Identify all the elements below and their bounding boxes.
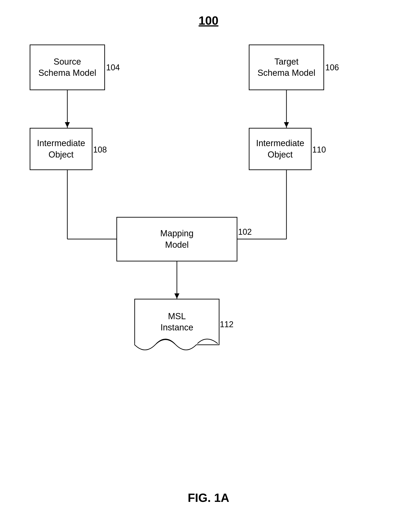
intermediate-obj-right-box: IntermediateObject bbox=[249, 128, 312, 170]
intermediate-obj-right-ref: 110 bbox=[312, 145, 326, 155]
figure-caption: FIG. 1A bbox=[188, 491, 229, 505]
mapping-model-ref: 102 bbox=[238, 227, 252, 237]
diagram-title: 100 bbox=[198, 14, 219, 27]
intermediate-obj-left-ref: 108 bbox=[93, 145, 107, 155]
mapping-model-box: MappingModel bbox=[116, 217, 237, 261]
target-schema-box: TargetSchema Model bbox=[249, 44, 324, 90]
intermediate-obj-right-label: IntermediateObject bbox=[256, 138, 304, 160]
msl-instance-ref: 112 bbox=[220, 320, 233, 329]
svg-marker-9 bbox=[174, 293, 179, 299]
msl-instance-label: MSLInstance bbox=[160, 311, 193, 333]
svg-marker-1 bbox=[65, 122, 70, 128]
svg-rect-11 bbox=[135, 344, 219, 357]
target-schema-label: TargetSchema Model bbox=[258, 56, 315, 79]
diagram-container: 100 SourceSchema Model 104 TargetSchema … bbox=[0, 0, 417, 532]
mapping-model-label: MappingModel bbox=[160, 228, 194, 250]
svg-marker-3 bbox=[284, 122, 289, 128]
target-schema-ref: 106 bbox=[325, 63, 339, 72]
msl-instance-box: MSLInstance bbox=[135, 299, 219, 345]
source-schema-ref: 104 bbox=[106, 63, 120, 72]
intermediate-obj-left-label: IntermediateObject bbox=[37, 138, 85, 160]
source-schema-box: SourceSchema Model bbox=[30, 44, 105, 90]
intermediate-obj-left-box: IntermediateObject bbox=[30, 128, 93, 170]
source-schema-label: SourceSchema Model bbox=[38, 56, 96, 79]
